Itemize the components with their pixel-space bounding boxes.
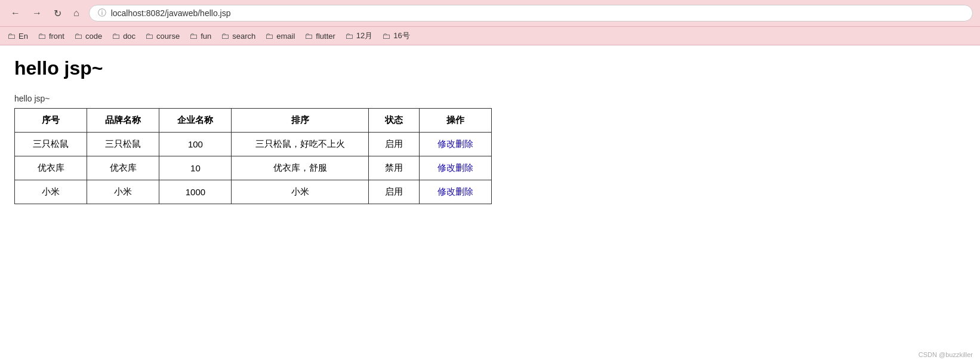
back-button[interactable]: ← [7, 5, 24, 21]
bookmarks-bar: 🗀 En 🗀 front 🗀 code 🗀 doc 🗀 course 🗀 fun… [0, 27, 980, 45]
row0-action[interactable]: 修改删除 [419, 133, 491, 156]
col-header-0: 序号 [15, 109, 87, 133]
folder-icon: 🗀 [382, 31, 390, 41]
bookmark-december-label: 12月 [356, 30, 372, 41]
row0-col4: 三只松鼠，好吃不上火 [232, 133, 368, 156]
bookmark-sixteen-label: 16号 [393, 30, 409, 41]
row1-action-link[interactable]: 修改删除 [437, 162, 473, 173]
bookmark-course[interactable]: 🗀 course [145, 31, 180, 41]
page-subtitle: hello jsp~ [14, 94, 966, 103]
page-title: hello jsp~ [14, 57, 966, 79]
folder-icon: 🗀 [221, 31, 229, 41]
row1-col2: 优衣库 [87, 156, 159, 180]
row1-col1: 优衣库 [15, 156, 87, 180]
col-header-4: 状态 [368, 109, 419, 133]
row2-col5: 启用 [368, 180, 419, 204]
address-bar[interactable]: ⓘ [89, 5, 973, 21]
bookmark-fun-label: fun [201, 32, 211, 41]
bookmark-email[interactable]: 🗀 email [265, 31, 295, 41]
folder-icon: 🗀 [7, 31, 16, 41]
bookmark-flutter[interactable]: 🗀 flutter [304, 31, 335, 41]
bookmark-front[interactable]: 🗀 front [38, 31, 64, 41]
table-row: 三只松鼠 三只松鼠 100 三只松鼠，好吃不上火 启用 修改删除 [15, 133, 492, 156]
folder-icon: 🗀 [345, 31, 353, 41]
nav-buttons: ← → ↻ ⌂ [7, 5, 83, 21]
bookmark-code-label: code [85, 32, 102, 41]
bookmark-search[interactable]: 🗀 search [221, 31, 255, 41]
row0-col3: 100 [159, 133, 232, 156]
table-row: 优衣库 优衣库 10 优衣库，舒服 禁用 修改删除 [15, 156, 492, 180]
folder-icon: 🗀 [38, 31, 46, 41]
row2-action[interactable]: 修改删除 [419, 180, 491, 204]
row1-col4: 优衣库，舒服 [232, 156, 368, 180]
row2-col3: 1000 [159, 180, 232, 204]
row0-col5: 启用 [368, 133, 419, 156]
info-icon: ⓘ [98, 8, 106, 19]
forward-button[interactable]: → [29, 5, 45, 21]
folder-icon: 🗀 [112, 31, 120, 41]
bookmark-front-label: front [49, 32, 64, 41]
page-content: hello jsp~ hello jsp~ 序号 品牌名称 企业名称 排序 状态… [0, 45, 980, 216]
row2-col2: 小米 [87, 180, 159, 204]
folder-icon: 🗀 [145, 31, 153, 41]
folder-icon: 🗀 [189, 31, 198, 41]
brands-table: 序号 品牌名称 企业名称 排序 状态 操作 三只松鼠 三只松鼠 100 三只松鼠… [14, 108, 492, 204]
bookmark-course-label: course [156, 32, 180, 41]
folder-icon: 🗀 [265, 31, 273, 41]
bookmark-en-label: En [19, 32, 28, 41]
row1-col5: 禁用 [368, 156, 419, 180]
browser-chrome: ← → ↻ ⌂ ⓘ [0, 0, 980, 27]
bookmark-fun[interactable]: 🗀 fun [189, 31, 211, 41]
row2-action-link[interactable]: 修改删除 [437, 186, 473, 196]
bookmark-december[interactable]: 🗀 12月 [345, 30, 372, 41]
folder-icon: 🗀 [304, 31, 313, 41]
bookmark-sixteen[interactable]: 🗀 16号 [382, 30, 409, 41]
reload-button[interactable]: ↻ [50, 5, 65, 21]
row2-col1: 小米 [15, 180, 87, 204]
row0-action-link[interactable]: 修改删除 [437, 139, 473, 149]
row1-action[interactable]: 修改删除 [419, 156, 491, 180]
bookmark-email-label: email [276, 32, 295, 41]
bookmark-search-label: search [232, 32, 255, 41]
home-button[interactable]: ⌂ [70, 5, 83, 21]
table-header-row: 序号 品牌名称 企业名称 排序 状态 操作 [15, 109, 492, 133]
bookmark-flutter-label: flutter [316, 32, 335, 41]
bookmark-doc-label: doc [123, 32, 135, 41]
table-row: 小米 小米 1000 小米 启用 修改删除 [15, 180, 492, 204]
url-input[interactable] [111, 8, 964, 18]
bookmark-en[interactable]: 🗀 En [7, 31, 28, 41]
row2-col4: 小米 [232, 180, 368, 204]
folder-icon: 🗀 [74, 31, 82, 41]
row0-col2: 三只松鼠 [87, 133, 159, 156]
row1-col3: 10 [159, 156, 232, 180]
row0-col1: 三只松鼠 [15, 133, 87, 156]
bookmark-doc[interactable]: 🗀 doc [112, 31, 135, 41]
col-header-3: 排序 [232, 109, 368, 133]
col-header-5: 操作 [419, 109, 491, 133]
col-header-2: 企业名称 [159, 109, 232, 133]
col-header-1: 品牌名称 [87, 109, 159, 133]
bookmark-code[interactable]: 🗀 code [74, 31, 102, 41]
